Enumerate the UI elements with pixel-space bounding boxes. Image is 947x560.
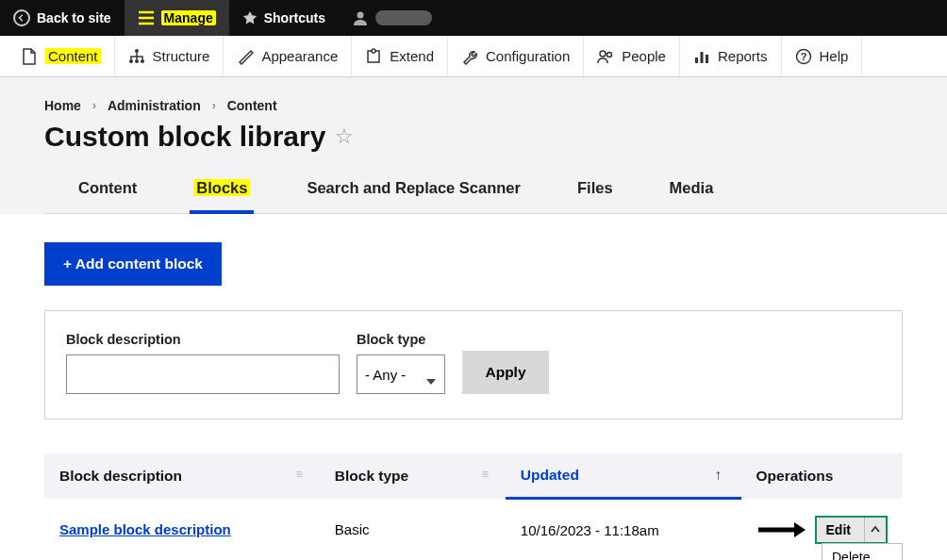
filter-type-label: Block type bbox=[357, 332, 445, 347]
breadcrumb-admin[interactable]: Administration bbox=[108, 98, 201, 113]
block-updated-cell: 10/16/2023 - 11:18am bbox=[506, 499, 741, 561]
sort-asc-icon: ↑ bbox=[715, 467, 723, 484]
svg-point-4 bbox=[141, 59, 144, 63]
th-updated-label: Updated bbox=[521, 467, 579, 483]
puzzle-icon bbox=[365, 48, 382, 65]
filter-type-group: Block type - Any - bbox=[357, 332, 445, 394]
tab-files[interactable]: Files bbox=[573, 179, 617, 213]
file-icon bbox=[21, 48, 38, 65]
svg-rect-10 bbox=[700, 52, 703, 63]
operations-split-button: Edit bbox=[815, 516, 888, 544]
add-content-block-button[interactable]: + Add content block bbox=[44, 242, 222, 286]
sort-icon: ≡ bbox=[482, 468, 489, 481]
page-header: Home › Administration › Content Custom b… bbox=[0, 77, 947, 214]
block-type-cell: Basic bbox=[320, 499, 506, 561]
filter-panel: Block description Block type - Any - App… bbox=[44, 310, 903, 420]
menu-content-label: Content bbox=[45, 48, 101, 64]
back-to-site-link[interactable]: Back to site bbox=[0, 0, 125, 36]
svg-rect-11 bbox=[706, 55, 708, 63]
chevron-up-icon bbox=[871, 526, 880, 533]
breadcrumb-home[interactable]: Home bbox=[44, 98, 81, 113]
people-icon bbox=[597, 48, 614, 65]
menu-people-label: People bbox=[622, 48, 666, 64]
menu-help[interactable]: ? Help bbox=[782, 36, 863, 76]
th-description-label: Block description bbox=[59, 468, 182, 484]
svg-rect-9 bbox=[695, 58, 698, 63]
menu-appearance[interactable]: Appearance bbox=[224, 36, 352, 76]
user-menu[interactable] bbox=[339, 0, 445, 36]
star-icon bbox=[242, 10, 258, 25]
th-description[interactable]: Block description ≡ bbox=[44, 453, 320, 499]
user-name-pill bbox=[375, 10, 432, 25]
favorite-star-icon[interactable]: ☆ bbox=[335, 124, 354, 149]
th-operations-label: Operations bbox=[756, 468, 834, 484]
filter-description-input[interactable] bbox=[66, 354, 340, 394]
menu-reports-label: Reports bbox=[718, 48, 768, 64]
th-type-label: Block type bbox=[335, 468, 408, 484]
breadcrumb-sep-icon: › bbox=[212, 99, 216, 112]
tab-media[interactable]: Media bbox=[666, 179, 718, 213]
menu-extend[interactable]: Extend bbox=[352, 36, 448, 76]
apply-button[interactable]: Apply bbox=[462, 351, 549, 394]
th-updated[interactable]: Updated ↑ bbox=[506, 453, 741, 499]
block-description-link[interactable]: Sample block description bbox=[59, 521, 231, 537]
annotation-arrow-icon bbox=[756, 519, 807, 540]
delete-button[interactable]: Delete bbox=[822, 544, 902, 561]
menu-people[interactable]: People bbox=[584, 36, 680, 76]
svg-point-6 bbox=[372, 49, 375, 53]
tab-blocks-label: Blocks bbox=[193, 179, 250, 196]
table-row: Sample block description Basic 10/16/202… bbox=[44, 499, 903, 561]
svg-point-7 bbox=[600, 51, 606, 57]
svg-point-0 bbox=[357, 12, 364, 19]
back-icon bbox=[13, 9, 30, 26]
th-type[interactable]: Block type ≡ bbox=[320, 453, 506, 499]
menu-structure-label: Structure bbox=[153, 48, 210, 64]
blocks-table: Block description ≡ Block type ≡ Updated… bbox=[44, 453, 903, 560]
menu-configuration[interactable]: Configuration bbox=[448, 36, 584, 76]
menu-content[interactable]: Content bbox=[8, 36, 115, 76]
structure-icon bbox=[128, 48, 145, 65]
back-to-site-label: Back to site bbox=[37, 10, 111, 25]
page-title: Custom block library bbox=[44, 121, 325, 153]
wrench-icon bbox=[461, 48, 478, 65]
filter-type-select[interactable]: - Any - bbox=[357, 354, 445, 394]
tab-blocks[interactable]: Blocks bbox=[190, 179, 254, 214]
svg-point-1 bbox=[135, 49, 139, 53]
menu-help-label: Help bbox=[820, 48, 849, 64]
breadcrumb-sep-icon: › bbox=[92, 99, 96, 112]
svg-point-2 bbox=[129, 59, 133, 63]
sort-icon: ≡ bbox=[296, 468, 303, 481]
tab-scanner[interactable]: Search and Replace Scanner bbox=[303, 179, 524, 213]
brush-icon bbox=[237, 48, 254, 65]
main-content: + Add content block Block description Bl… bbox=[0, 214, 947, 560]
operations-dropdown-toggle[interactable] bbox=[865, 518, 886, 542]
filter-description-group: Block description bbox=[66, 332, 340, 394]
operations-dropdown: Delete bbox=[822, 543, 903, 561]
edit-button[interactable]: Edit bbox=[817, 518, 865, 542]
help-icon: ? bbox=[795, 48, 812, 65]
top-toolbar: Back to site Manage Shortcuts bbox=[0, 0, 947, 36]
breadcrumb: Home › Administration › Content bbox=[44, 98, 947, 113]
admin-menu: Content Structure Appearance Extend Conf… bbox=[0, 36, 947, 77]
svg-point-8 bbox=[607, 52, 612, 57]
menu-reports[interactable]: Reports bbox=[680, 36, 782, 76]
user-icon bbox=[352, 9, 369, 26]
shortcuts-label: Shortcuts bbox=[264, 10, 325, 25]
svg-point-3 bbox=[135, 59, 139, 63]
chart-icon bbox=[693, 48, 710, 65]
manage-toggle[interactable]: Manage bbox=[125, 0, 229, 36]
menu-configuration-label: Configuration bbox=[486, 48, 570, 64]
svg-text:?: ? bbox=[800, 51, 806, 62]
menu-extend-label: Extend bbox=[390, 48, 434, 64]
hamburger-icon bbox=[138, 9, 155, 26]
menu-appearance-label: Appearance bbox=[261, 48, 338, 64]
manage-label: Manage bbox=[161, 10, 216, 25]
shortcuts-link[interactable]: Shortcuts bbox=[229, 0, 339, 36]
menu-structure[interactable]: Structure bbox=[115, 36, 224, 76]
filter-description-label: Block description bbox=[66, 332, 340, 347]
th-operations: Operations bbox=[741, 453, 903, 499]
tab-content[interactable]: Content bbox=[75, 179, 141, 213]
tab-bar: Content Blocks Search and Replace Scanne… bbox=[44, 179, 947, 214]
breadcrumb-content[interactable]: Content bbox=[227, 98, 277, 113]
